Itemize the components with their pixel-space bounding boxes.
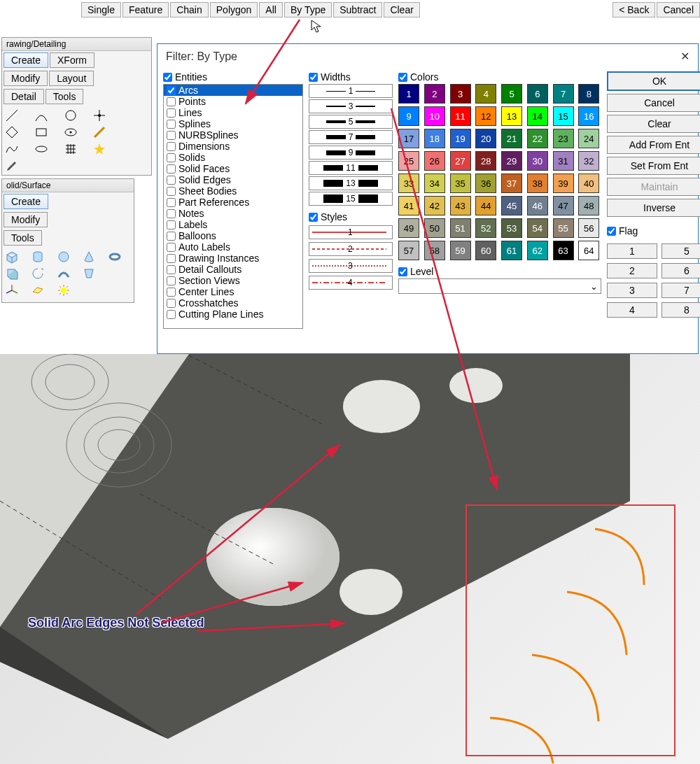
rect-icon[interactable] bbox=[34, 125, 48, 139]
entity-row-solid-faces[interactable]: Solid Faces bbox=[164, 163, 302, 174]
add-from-ent-button[interactable]: Add From Ent bbox=[607, 136, 700, 154]
entity-row-labels[interactable]: Labels bbox=[164, 219, 302, 230]
color-swatch-33[interactable]: 33 bbox=[398, 174, 419, 193]
color-swatch-25[interactable]: 25 bbox=[398, 151, 419, 171]
chain-button[interactable]: Chain bbox=[170, 2, 209, 17]
ellipse-icon-a[interactable] bbox=[64, 125, 78, 139]
color-swatch-24[interactable]: 24 bbox=[578, 129, 599, 148]
color-swatch-45[interactable]: 45 bbox=[501, 196, 522, 215]
cancel-top-button[interactable]: Cancel bbox=[657, 2, 700, 17]
color-swatch-11[interactable]: 11 bbox=[450, 106, 471, 126]
entity-row-solids[interactable]: Solids bbox=[164, 152, 302, 163]
entity-checkbox[interactable] bbox=[167, 142, 176, 151]
sweep-icon[interactable] bbox=[57, 267, 71, 281]
style-row-4[interactable]: 4 bbox=[309, 276, 393, 290]
width-row-5[interactable]: 5 bbox=[309, 115, 393, 129]
color-swatch-43[interactable]: 43 bbox=[450, 196, 471, 215]
spline-icon[interactable] bbox=[5, 142, 19, 156]
entity-row-crosshatches[interactable]: Crosshatches bbox=[164, 297, 302, 309]
entity-checkbox[interactable] bbox=[167, 176, 176, 185]
entity-row-part-references[interactable]: Part References bbox=[164, 197, 302, 208]
entity-row-solid-edges[interactable]: Solid Edges bbox=[164, 174, 302, 185]
color-swatch-27[interactable]: 27 bbox=[450, 151, 471, 171]
entity-row-cutting-plane-lines[interactable]: Cutting Plane Lines bbox=[164, 309, 302, 320]
entity-row-points[interactable]: Points bbox=[164, 96, 302, 107]
modify-button[interactable]: Modify bbox=[4, 71, 48, 86]
width-row-9[interactable]: 9 bbox=[309, 146, 393, 160]
level-checkbox-label[interactable]: Level bbox=[398, 266, 601, 277]
color-swatch-4[interactable]: 4 bbox=[475, 84, 496, 104]
color-swatch-17[interactable]: 17 bbox=[398, 129, 419, 148]
flag-button-2[interactable]: 2 bbox=[607, 263, 657, 278]
color-swatch-53[interactable]: 53 bbox=[501, 218, 522, 238]
entity-checkbox[interactable] bbox=[167, 220, 176, 229]
color-swatch-6[interactable]: 6 bbox=[527, 84, 548, 104]
detail-button[interactable]: Detail bbox=[4, 89, 44, 104]
color-swatch-64[interactable]: 64 bbox=[578, 241, 599, 260]
color-swatch-23[interactable]: 23 bbox=[553, 129, 574, 148]
color-swatch-48[interactable]: 48 bbox=[578, 196, 599, 215]
extrude-icon[interactable] bbox=[5, 267, 19, 281]
flag-button-1[interactable]: 1 bbox=[607, 243, 657, 259]
color-swatch-54[interactable]: 54 bbox=[527, 218, 548, 238]
color-swatch-19[interactable]: 19 bbox=[450, 129, 471, 148]
width-row-15[interactable]: 15 bbox=[309, 192, 393, 206]
entity-checkbox[interactable] bbox=[167, 120, 176, 129]
color-swatch-8[interactable]: 8 bbox=[578, 84, 599, 104]
create-button[interactable]: Create bbox=[4, 52, 48, 68]
tools-button[interactable]: Tools bbox=[46, 89, 84, 104]
level-combobox[interactable]: ⌄ bbox=[398, 278, 601, 294]
color-swatch-29[interactable]: 29 bbox=[501, 151, 522, 171]
arc-icon[interactable] bbox=[34, 108, 48, 122]
box-icon[interactable] bbox=[5, 250, 19, 264]
clear-dialog-button[interactable]: Clear bbox=[607, 115, 700, 133]
entity-checkbox[interactable] bbox=[167, 310, 176, 319]
color-swatch-60[interactable]: 60 bbox=[475, 241, 496, 260]
cone-icon[interactable] bbox=[82, 250, 96, 264]
ellipse-icon-b[interactable] bbox=[34, 142, 48, 156]
styles-checkbox[interactable] bbox=[309, 213, 318, 222]
color-swatch-59[interactable]: 59 bbox=[450, 241, 471, 260]
entity-checkbox[interactable] bbox=[167, 86, 176, 95]
cancel-button[interactable]: Cancel bbox=[607, 94, 700, 112]
cylinder-icon[interactable] bbox=[31, 250, 45, 264]
modify-solid-button[interactable]: Modify bbox=[4, 212, 48, 227]
entity-row-dimensions[interactable]: Dimensions bbox=[164, 141, 302, 152]
entity-row-arcs[interactable]: Arcs bbox=[164, 85, 302, 96]
flag-button-4[interactable]: 4 bbox=[607, 302, 657, 318]
single-button[interactable]: Single bbox=[81, 2, 121, 17]
width-row-1[interactable]: 1 bbox=[309, 84, 393, 98]
entity-checkbox[interactable] bbox=[167, 232, 176, 241]
entity-checkbox[interactable] bbox=[167, 187, 176, 196]
clear-button[interactable]: Clear bbox=[384, 2, 419, 17]
color-swatch-30[interactable]: 30 bbox=[527, 151, 548, 171]
line-icon[interactable] bbox=[5, 108, 19, 122]
widths-checkbox-label[interactable]: Widths bbox=[309, 71, 393, 83]
entity-checkbox[interactable] bbox=[167, 299, 176, 308]
color-swatch-55[interactable]: 55 bbox=[553, 218, 574, 238]
circle-icon[interactable] bbox=[64, 108, 78, 122]
width-row-3[interactable]: 3 bbox=[309, 99, 393, 113]
entity-row-splines[interactable]: Splines bbox=[164, 118, 302, 129]
color-swatch-49[interactable]: 49 bbox=[398, 218, 419, 238]
style-row-3[interactable]: 3 bbox=[309, 259, 393, 273]
flag-button-7[interactable]: 7 bbox=[662, 283, 700, 298]
star-icon[interactable] bbox=[92, 142, 106, 156]
flag-button-3[interactable]: 3 bbox=[607, 283, 657, 298]
color-swatch-41[interactable]: 41 bbox=[398, 196, 419, 215]
color-swatch-37[interactable]: 37 bbox=[501, 174, 522, 193]
color-swatch-46[interactable]: 46 bbox=[527, 196, 548, 215]
viewport-3d[interactable]: Solid Arc Edges Not Selected bbox=[0, 354, 700, 764]
entity-row-nurbsplines[interactable]: NURBSplines bbox=[164, 129, 302, 141]
polygon-button[interactable]: Polygon bbox=[210, 2, 258, 17]
color-swatch-38[interactable]: 38 bbox=[527, 174, 548, 193]
width-row-7[interactable]: 7 bbox=[309, 130, 393, 144]
entity-checkbox[interactable] bbox=[167, 243, 176, 252]
flag-button-5[interactable]: 5 bbox=[662, 243, 700, 259]
entity-row-detail-callouts[interactable]: Detail Callouts bbox=[164, 264, 302, 275]
entity-row-auto-labels[interactable]: Auto Labels bbox=[164, 241, 302, 253]
styles-checkbox-label[interactable]: Styles bbox=[309, 211, 393, 222]
flag-button-8[interactable]: 8 bbox=[662, 302, 700, 318]
color-swatch-44[interactable]: 44 bbox=[475, 196, 496, 215]
level-checkbox[interactable] bbox=[398, 267, 407, 276]
